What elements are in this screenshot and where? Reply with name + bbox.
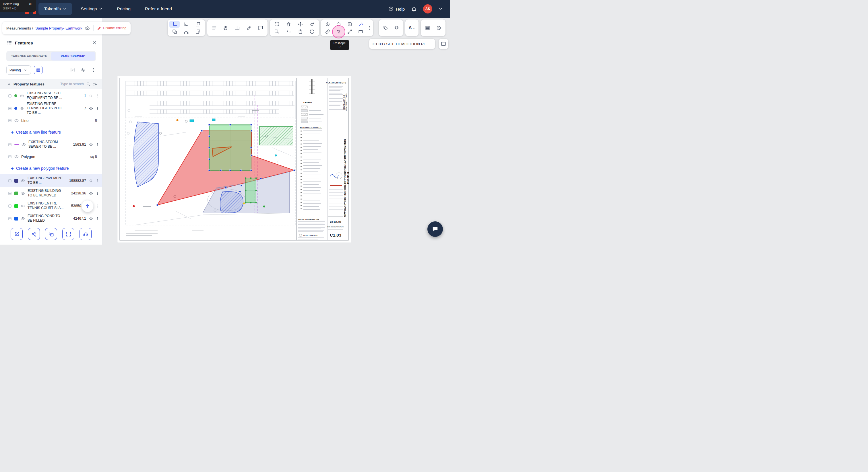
tab-takeoff-aggregate[interactable]: TAKEOFF AGGREGATE [7,52,51,61]
visibility-eye-icon[interactable] [20,94,24,98]
nav-takeoffs[interactable]: Takeoffs [38,3,72,15]
notes-icon[interactable] [70,67,75,72]
visibility-eye-icon[interactable] [21,179,25,183]
expand-icon[interactable] [8,179,12,183]
visibility-eye-icon[interactable] [21,204,25,208]
node-edit-button[interactable] [344,28,355,35]
playlist-add-icon[interactable] [93,82,97,86]
create-line-feature-link[interactable]: + Create a new line feature [0,126,102,138]
measure-tool-button[interactable] [322,28,333,35]
paste-in-front-button[interactable] [193,21,203,28]
grid-view-button[interactable] [423,24,433,32]
visibility-eye-icon[interactable] [22,142,26,147]
kebab-menu-icon[interactable] [96,217,99,221]
collapse-icon[interactable] [8,119,12,123]
kebab-menu-icon[interactable] [96,179,99,183]
marquee-add-button[interactable] [272,28,282,35]
locate-icon[interactable] [89,191,93,196]
help-button[interactable]: Help [389,6,405,11]
create-polygon-feature-link[interactable]: + Create a new polygon feature [0,162,102,174]
gear-icon[interactable] [7,82,11,86]
locate-icon[interactable] [89,106,93,111]
add-vertex-button[interactable] [322,21,333,28]
duplicate-button[interactable] [169,28,180,35]
close-icon[interactable] [92,40,97,45]
history-button[interactable] [434,24,444,32]
feature-row-tennis-lights-pole[interactable]: EXISTING ENTIRE TENNIS LIGHTS POLE TO BE… [0,102,102,115]
sheet-panel-button[interactable] [439,39,448,49]
expand-icon[interactable] [8,143,12,146]
rectangle-tool-button[interactable] [355,28,366,35]
arc-tool-button[interactable] [181,28,191,35]
scroll-to-top-button[interactable] [82,200,94,212]
chat-button[interactable] [427,222,443,237]
tennis-court-green-hatch[interactable] [259,127,293,145]
nav-settings[interactable]: Settings [75,3,108,15]
support-button[interactable] [80,228,92,240]
drawing-canvas[interactable]: LEGEND KEYED NOTES TO SHEET: NOTES TO CO… [102,18,450,245]
locate-icon[interactable] [89,94,93,98]
kebab-menu-icon[interactable] [91,67,96,72]
sheet-selector[interactable]: C1.03 / SITE DEMOLITION PL... [369,39,435,49]
demo-area-blue-hatch-bottom[interactable] [220,192,243,213]
visibility-eye-icon[interactable] [14,119,19,123]
kebab-menu-icon[interactable] [96,94,99,98]
perpendicular-tool-button[interactable] [181,21,191,28]
expand-icon[interactable] [8,204,12,208]
kebab-menu-icon[interactable] [96,204,99,208]
tennis-slab-polygon[interactable] [246,178,256,203]
feature-row-misc-site-equipment[interactable]: EXISTING MISC. SITE EQUIPMENT TO BE ... … [0,90,102,102]
breadcrumb[interactable]: Measurements / [6,26,33,30]
rotate-ccw-button[interactable] [307,28,317,35]
account-chevron-icon[interactable] [439,7,443,11]
expand-icon[interactable] [8,192,12,195]
search-input[interactable]: Type to search [60,82,84,86]
clipboard-button[interactable] [296,28,306,35]
tag-button[interactable] [380,24,391,32]
user-avatar[interactable]: AS [423,4,432,13]
add-rectangle-button[interactable] [344,21,355,28]
fit-view-button[interactable] [62,228,74,240]
expand-icon[interactable] [8,107,12,110]
notifications-bell-icon[interactable] [411,6,417,12]
visibility-eye-icon[interactable] [14,155,19,159]
crop-tool-button[interactable] [169,21,180,28]
move-tool-button[interactable] [296,21,306,28]
layers-button[interactable] [391,24,402,32]
duplicate-page-button[interactable] [45,228,57,240]
feature-row-existing-pond[interactable]: EXISTING POND TO BE FILLED 42467.1 [0,212,102,225]
marquee-select-button[interactable] [272,21,282,28]
plan-sheet[interactable]: LEGEND KEYED NOTES TO SHEET: NOTES TO CO… [117,76,351,243]
annotate-tool-button[interactable] [244,24,254,32]
chart-tool-button[interactable] [232,24,243,32]
nav-pricing[interactable]: Pricing [111,3,136,15]
kebab-menu-icon[interactable] [96,143,99,146]
sliders-icon[interactable] [81,67,86,72]
search-icon[interactable] [86,82,90,86]
delete-button[interactable] [284,21,294,28]
redo-button[interactable] [307,21,317,28]
share-button[interactable] [28,228,40,240]
demo-area-blue-hatch-left[interactable] [134,122,158,187]
feature-row-existing-pavement[interactable]: EXISTING PAVEMENT TO BE ... 198882.87 [0,174,102,187]
kebab-menu-icon[interactable] [96,107,99,110]
kebab-menu-icon[interactable] [96,192,99,195]
feature-row-storm-sewer[interactable]: EXISTING STORM SEWER TO BE ... 1563.91 [0,138,102,151]
locate-icon[interactable] [89,216,93,221]
collapse-icon[interactable] [8,155,12,159]
nav-refer-a-friend[interactable]: Refer a friend [139,3,178,15]
breadcrumb-current[interactable]: Sample Property- Earthwork [35,26,82,30]
locate-icon[interactable] [89,179,93,183]
feature-row-existing-building[interactable]: EXISTING BUILDING TO BE REMOVED 24238.36 [0,187,102,200]
expand-icon[interactable] [8,94,12,98]
visibility-eye-icon[interactable] [21,216,25,221]
comment-tool-button[interactable] [255,24,266,32]
disable-editing-button[interactable]: Disable editing [97,26,127,30]
undo-button[interactable] [284,28,294,35]
visibility-eye-icon[interactable] [20,106,24,111]
tab-page-specific[interactable]: PAGE SPECIFIC [51,52,95,61]
locate-icon[interactable] [89,142,93,147]
category-select[interactable]: Paving [6,65,31,74]
pan-tool-button[interactable] [221,24,231,32]
reshape-highlight-ring[interactable] [332,25,345,38]
